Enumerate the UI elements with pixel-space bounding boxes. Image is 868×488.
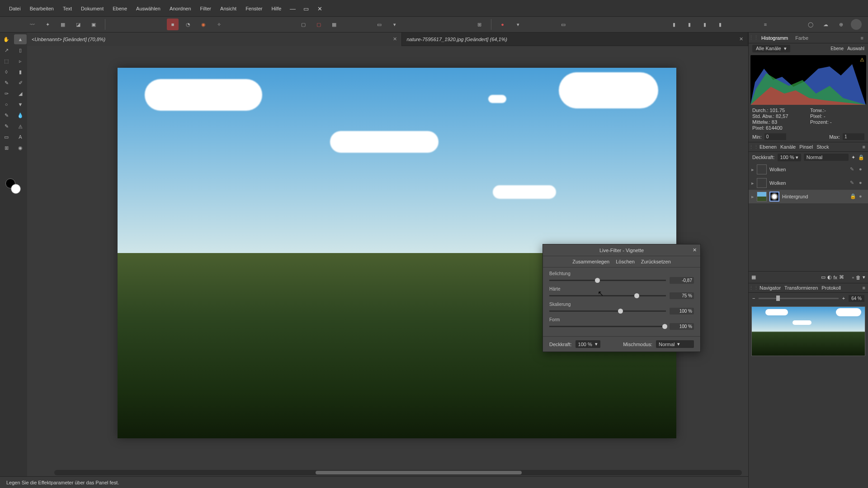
record-icon[interactable]: ●: [497, 19, 509, 30]
lock-icon[interactable]: 🔒: [850, 193, 856, 200]
healing-tool[interactable]: ◬: [14, 121, 27, 131]
account-avatar[interactable]: [851, 19, 862, 30]
arrange-icon[interactable]: ▮: [714, 19, 726, 30]
menu-auswählen[interactable]: Auswählen: [132, 4, 165, 13]
dropdown-chevron-icon[interactable]: ▾: [512, 19, 524, 30]
horizontal-scrollbar[interactable]: [54, 470, 742, 475]
action-merge[interactable]: Zusammenlegen: [572, 259, 609, 264]
histogram-scope-selection[interactable]: Auswahl: [847, 46, 864, 51]
tab-histogram[interactable]: Histogramm: [760, 34, 790, 42]
channel-select[interactable]: Alle Kanäle▾: [752, 45, 790, 52]
layer-thumbnail[interactable]: [757, 164, 767, 174]
tab-transform[interactable]: Transformieren: [784, 285, 818, 291]
selection-tool[interactable]: ⬚: [0, 56, 13, 66]
crop-icon[interactable]: ⊞: [474, 19, 486, 30]
panel-menu-icon[interactable]: ≡: [863, 144, 865, 150]
zoom-tool[interactable]: ◉: [14, 143, 27, 153]
blur-tool[interactable]: ▼: [14, 99, 27, 109]
layer-row[interactable]: ▸Wolken✎●: [749, 163, 868, 176]
add-layer-icon[interactable]: ▫: [852, 275, 854, 280]
tab-color[interactable]: Farbe: [793, 34, 810, 42]
camera-icon[interactable]: ▭: [557, 19, 569, 30]
select-none-icon[interactable]: ▢: [297, 19, 309, 30]
menu-ansicht[interactable]: Ansicht: [216, 4, 241, 13]
action-delete[interactable]: Löschen: [616, 259, 635, 264]
merge-icon[interactable]: ▾: [863, 274, 865, 280]
tab-navigator[interactable]: Navigator: [760, 285, 781, 291]
visibility-icon[interactable]: ●: [859, 180, 865, 186]
menu-datei[interactable]: Datei: [5, 4, 25, 13]
slider-value[interactable]: 100 %: [670, 323, 694, 330]
restore-button[interactable]: ▭: [299, 3, 313, 14]
histogram-scope-layer[interactable]: Ebene: [830, 46, 844, 51]
slider-track[interactable]: [549, 310, 666, 312]
persona-develop-icon[interactable]: ▦: [57, 19, 69, 30]
gradient-tool[interactable]: ◢: [14, 89, 27, 99]
mesh-tool[interactable]: ⊞: [0, 143, 13, 153]
slider-value[interactable]: -0,87: [670, 277, 694, 284]
tab-channels[interactable]: Kanäle: [780, 144, 796, 150]
slider-track[interactable]: [549, 295, 666, 296]
arrange-icon[interactable]: ▮: [684, 19, 695, 30]
edit-icon[interactable]: ✎: [850, 180, 856, 186]
layer-name[interactable]: Hintergrund: [782, 194, 847, 199]
menu-anordnen[interactable]: Anordnen: [165, 4, 196, 13]
menu-fenster[interactable]: Fenster: [241, 4, 267, 13]
hand-tool[interactable]: ✋: [0, 34, 13, 44]
live-filter-dialog[interactable]: Live-Filter - Vignette ✕ Zusammenlegen L…: [542, 244, 701, 352]
layer-name[interactable]: Wolken: [769, 180, 847, 186]
zoom-slider[interactable]: [759, 298, 838, 299]
slider-value[interactable]: 75 %: [670, 292, 694, 299]
tab-brushes[interactable]: Pinsel: [799, 144, 813, 150]
menu-dokument[interactable]: Dokument: [76, 4, 108, 13]
layer-thumbnail[interactable]: [757, 192, 767, 202]
layer-expand-icon[interactable]: ▸: [751, 194, 754, 200]
menu-filter[interactable]: Filter: [196, 4, 216, 13]
layer-fx-icon[interactable]: ✦: [851, 155, 855, 160]
add-filter-icon[interactable]: ⌘: [839, 274, 844, 280]
layer-row[interactable]: ▸Hintergrund🔒●: [749, 190, 868, 203]
node-tool[interactable]: ▹: [14, 56, 27, 66]
color-picker-tool[interactable]: ↗: [0, 45, 13, 55]
visibility-icon[interactable]: ●: [859, 166, 865, 173]
persona-export-icon[interactable]: ▣: [88, 19, 99, 30]
shape-tool[interactable]: ✎: [0, 121, 13, 131]
dialog-titlebar[interactable]: Live-Filter - Vignette ✕: [543, 244, 700, 256]
clone-tool[interactable]: ✑: [0, 89, 13, 99]
quick-mask-icon[interactable]: ▭: [373, 19, 385, 30]
dodge-tool[interactable]: ○: [0, 99, 13, 109]
flood-tool[interactable]: ▮: [14, 67, 27, 77]
layer-row[interactable]: ▸Wolken✎●: [749, 176, 868, 190]
layer-thumbnail[interactable]: [757, 178, 767, 188]
dialog-close-icon[interactable]: ✕: [693, 247, 697, 253]
persona-photo-icon[interactable]: 〰: [26, 19, 38, 30]
minimize-button[interactable]: —: [286, 3, 299, 14]
document-tab[interactable]: nature-7595617_1920.jpg [Geändert] (64,1…: [402, 33, 748, 46]
select-invert-icon[interactable]: ▢: [313, 19, 325, 30]
menu-hilfe[interactable]: Hilfe: [267, 4, 286, 13]
add-fx-icon[interactable]: fx: [834, 275, 838, 280]
arrange-icon[interactable]: ▮: [699, 19, 711, 30]
layer-lock-icon[interactable]: 🔒: [858, 155, 864, 160]
pen-tool[interactable]: ✎: [0, 110, 13, 120]
swatch-icon[interactable]: ■: [167, 19, 179, 30]
close-window-button[interactable]: ✕: [313, 3, 326, 14]
arrange-icon[interactable]: ▮: [668, 19, 680, 30]
mask-reveal-icon[interactable]: ▦: [751, 274, 756, 280]
menu-bearbeiten[interactable]: Bearbeiten: [25, 4, 58, 13]
text-tool[interactable]: A: [14, 132, 27, 142]
foreground-color-swatch[interactable]: [11, 184, 21, 194]
edit-icon[interactable]: ✎: [850, 166, 856, 173]
dialog-opacity-select[interactable]: 100 %▾: [576, 340, 600, 348]
visibility-icon[interactable]: ●: [859, 193, 865, 200]
brush-preset-icon[interactable]: ◔: [182, 19, 194, 30]
menu-text[interactable]: Text: [58, 4, 76, 13]
add-mask-icon[interactable]: ▭: [821, 274, 826, 280]
tab-layers[interactable]: Ebenen: [760, 144, 777, 150]
zoom-in-icon[interactable]: +: [842, 296, 845, 301]
delete-layer-icon[interactable]: 🗑: [856, 275, 861, 280]
layer-expand-icon[interactable]: ▸: [751, 180, 754, 186]
brush-tool[interactable]: ✎: [0, 78, 13, 88]
histogram-min-input[interactable]: [764, 133, 786, 140]
crop-tool[interactable]: ▯: [14, 45, 27, 55]
